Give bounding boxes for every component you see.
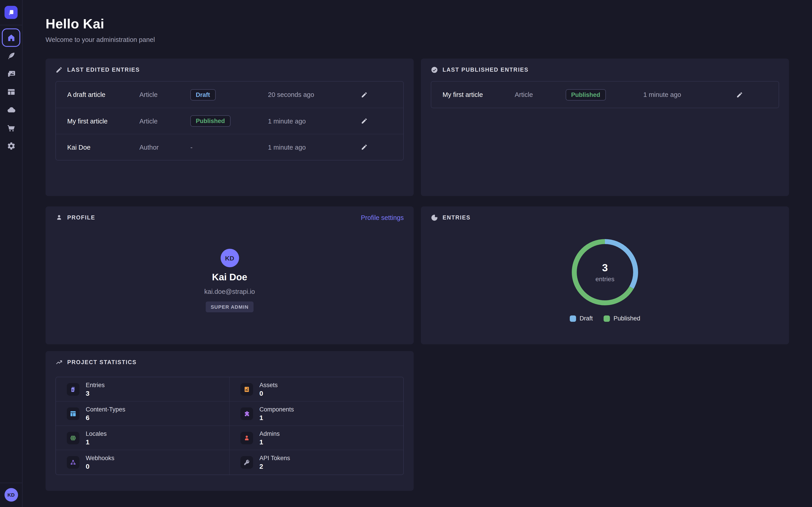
stat-admins: Admins 1 [230, 426, 403, 450]
legend-item-published: Published [604, 315, 640, 322]
stat-label: API Tokens [259, 455, 290, 461]
profile-panel: PROFILE Profile settings KD Kai Doe kai.… [46, 207, 414, 344]
profile-settings-link[interactable]: Profile settings [361, 214, 404, 221]
last-published-entries-panel: LAST PUBLISHED ENTRIES My first article … [421, 59, 789, 196]
stats-grid: Entries 3 Assets 0 [55, 377, 404, 475]
panel-header: LAST PUBLISHED ENTRIES [431, 66, 779, 73]
trend-up-icon [55, 359, 63, 366]
layout-icon [6, 88, 15, 97]
status-badge: Draft [190, 89, 215, 100]
entry-name: A draft article [67, 91, 139, 98]
table-row: My first article Article Published 1 min… [56, 108, 403, 134]
sidebar-divider [0, 25, 22, 25]
page-subtitle: Welcome to your administration panel [46, 36, 155, 43]
entry-name: Kai Doe [67, 144, 139, 151]
stat-value: 1 [259, 413, 294, 421]
stat-value: 1 [86, 438, 107, 446]
strapi-logo-glyph [6, 8, 16, 17]
entry-time: 1 minute ago [268, 117, 325, 125]
page-header: Hello Kai Welcome to your administration… [46, 16, 155, 43]
key-icon [241, 456, 253, 469]
last-edited-entries-panel: LAST EDITED ENTRIES A draft article Arti… [46, 59, 414, 196]
stat-label: Entries [86, 382, 105, 388]
stat-api-tokens: API Tokens 2 [230, 450, 403, 474]
stat-label: Webhooks [86, 455, 114, 461]
stat-assets: Assets 0 [230, 377, 403, 402]
legend-label: Draft [579, 315, 593, 322]
panel-header: PROFILE Profile settings [55, 214, 404, 221]
sidebar-bottom: KD [0, 483, 22, 507]
entry-name: My first article [67, 117, 139, 125]
home-icon [6, 33, 15, 42]
legend-swatch-published [604, 315, 610, 322]
pencil-icon [736, 91, 743, 98]
pencil-icon [55, 66, 63, 73]
puzzle-icon [241, 407, 253, 420]
status-badge: Published [190, 115, 230, 127]
edit-entry-button[interactable] [357, 140, 371, 154]
entry-type: Article [139, 91, 190, 98]
entries-donut-chart: 3 entries [569, 236, 641, 308]
panel-title: ENTRIES [443, 215, 470, 221]
sidebar-divider [0, 483, 22, 483]
admin-dashboard: KD Hello Kai Welcome to your administrat… [0, 0, 812, 507]
panel-title: PROJECT STATISTICS [67, 359, 137, 365]
sidebar-item-home[interactable] [2, 29, 20, 47]
entry-type: Article [515, 91, 566, 98]
entry-time: 1 minute ago [268, 144, 325, 151]
check-circle-icon [431, 66, 438, 73]
table-row: My first article Article Published 1 min… [431, 81, 779, 108]
sidebar-item-content-type-builder[interactable] [0, 83, 22, 101]
user-icon [241, 432, 253, 444]
stat-label: Components [259, 406, 294, 412]
edit-entry-button[interactable] [732, 88, 747, 102]
profile-email: kai.doe@strapi.io [46, 288, 414, 295]
strapi-logo-icon[interactable] [4, 6, 17, 19]
edit-entry-button[interactable] [357, 88, 371, 102]
legend-item-draft: Draft [569, 315, 593, 322]
edit-entry-button[interactable] [357, 114, 371, 128]
stat-value: 0 [86, 462, 114, 470]
avatar: KD [220, 249, 239, 267]
page-title: Hello Kai [46, 16, 155, 32]
entries-chart-panel: ENTRIES 3 entries Draft Published [421, 207, 789, 344]
stat-value: 6 [86, 413, 125, 421]
feather-icon [6, 51, 15, 60]
stat-label: Admins [259, 430, 280, 437]
sidebar-item-settings[interactable] [0, 137, 22, 155]
table-row: A draft article Article Draft 20 seconds… [56, 81, 403, 108]
stat-entries: Entries 3 [56, 377, 230, 402]
panel-title: LAST EDITED ENTRIES [67, 67, 140, 73]
entries-table: My first article Article Published 1 min… [431, 81, 779, 108]
person-icon [55, 214, 63, 221]
sidebar-item-media-library[interactable] [0, 65, 22, 83]
panel-header: ENTRIES [431, 214, 779, 221]
stat-webhooks: Webhooks 0 [56, 450, 230, 474]
gear-icon [6, 142, 15, 151]
table-row: Kai Doe Author - 1 minute ago [56, 134, 403, 160]
stat-locales: Locales 1 [56, 426, 230, 450]
webhook-icon [67, 456, 80, 469]
stat-label: Locales [86, 430, 107, 437]
stat-value: 1 [259, 438, 280, 446]
entries-table: A draft article Article Draft 20 seconds… [55, 81, 404, 160]
project-statistics-panel: PROJECT STATISTICS Entries 3 [46, 351, 414, 491]
pie-chart-icon [431, 214, 438, 221]
sidebar: KD [0, 0, 22, 507]
stat-value: 0 [259, 389, 278, 397]
sidebar-item-deploy[interactable] [0, 101, 22, 119]
images-icon [6, 69, 15, 78]
panel-header: PROJECT STATISTICS [55, 359, 404, 366]
panel-header: LAST EDITED ENTRIES [55, 66, 404, 73]
entry-time: 20 seconds ago [268, 91, 325, 98]
globe-icon [67, 432, 80, 444]
role-badge: SUPER ADMIN [206, 301, 254, 312]
chart-legend: Draft Published [421, 315, 789, 322]
entry-time: 1 minute ago [643, 91, 700, 98]
status-empty: - [190, 144, 268, 151]
user-avatar[interactable]: KD [4, 488, 18, 502]
sidebar-item-content-manager[interactable] [0, 47, 22, 65]
cart-icon [6, 123, 15, 132]
entry-type: Author [139, 144, 190, 151]
sidebar-item-marketplace[interactable] [0, 119, 22, 137]
